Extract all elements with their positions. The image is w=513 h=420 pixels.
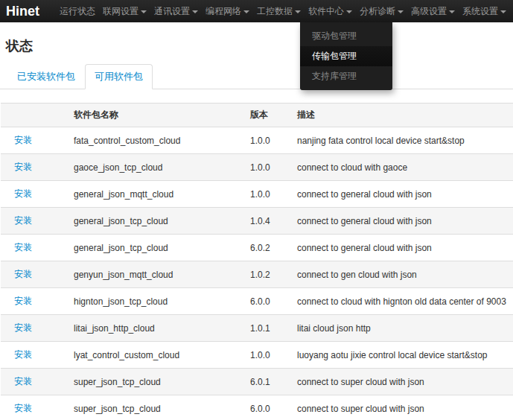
dropdown-item-transfer-package[interactable]: 传输包管理 [300, 46, 392, 66]
description-cell: connect to general cloud with json [291, 235, 513, 261]
package-table: 软件包名称 版本 描述 安装 fata_control_custom_cloud… [0, 103, 513, 420]
caret-down-icon [141, 10, 147, 13]
version-cell: 6.0.1 [244, 369, 291, 395]
column-header-package-name: 软件包名称 [68, 104, 244, 127]
install-link[interactable]: 安装 [14, 135, 32, 145]
description-cell: connect to cloud with hignton old data c… [291, 288, 513, 315]
install-link[interactable]: 安装 [14, 188, 32, 199]
table-row: 安装 general_json_tcp_cloud 1.0.4 connect … [1, 208, 513, 235]
version-cell: 1.0.0 [244, 342, 291, 369]
version-cell: 6.0.0 [244, 395, 291, 420]
brand-logo[interactable]: Hinet [0, 0, 45, 22]
nav-item-industrial-data[interactable]: 工控数据 [253, 0, 305, 22]
install-link[interactable]: 安装 [14, 215, 32, 226]
nav-item-software-center[interactable]: 软件中心 驱动包管理 传输包管理 支持库管理 [305, 0, 356, 22]
description-cell: nanjing fata control local device start&… [291, 127, 513, 154]
package-name-cell: lyat_control_custom_cloud [68, 342, 244, 369]
description-cell: connect to super cloud with json [291, 369, 513, 395]
dropdown-item-support-library[interactable]: 支持库管理 [300, 66, 392, 86]
description-cell: connect to super cloud with json [291, 395, 513, 420]
package-name-cell: gaoce_json_tcp_cloud [68, 154, 244, 181]
nav-item-programming-network[interactable]: 编程网络 [202, 0, 253, 22]
caret-down-icon [346, 10, 352, 13]
caret-down-icon [398, 10, 404, 13]
table-row: 安装 genyun_json_mqtt_cloud 1.0.2 connect … [1, 261, 513, 288]
nav-link-advanced-settings[interactable]: 高级设置 [407, 0, 459, 22]
nav-item-run-status[interactable]: 运行状态 [56, 0, 99, 22]
install-link[interactable]: 安装 [14, 296, 32, 306]
description-cell: luoyang aotu jixie control local device … [291, 342, 513, 369]
table-row: 安装 hignton_json_tcp_cloud 6.0.0 connect … [1, 288, 513, 315]
software-center-dropdown: 驱动包管理 传输包管理 支持库管理 [300, 22, 392, 90]
install-link[interactable]: 安装 [14, 376, 32, 386]
install-link[interactable]: 安装 [14, 403, 32, 413]
package-name-cell: fata_control_custom_cloud [68, 127, 244, 154]
nav-link-logout[interactable]: 退出 [510, 0, 513, 22]
table-row: 安装 general_json_tcp_cloud 6.0.2 connect … [1, 235, 513, 261]
package-name-cell: super_json_tcp_cloud [68, 369, 244, 395]
description-cell: litai cloud json http [291, 315, 513, 342]
install-link[interactable]: 安装 [14, 322, 32, 333]
description-cell: connect to general cloud with json [291, 181, 513, 208]
column-header-install [1, 104, 68, 127]
nav-link-analysis-diagnosis[interactable]: 分析诊断 [356, 0, 407, 22]
version-cell: 1.0.4 [244, 208, 291, 235]
nav-item-comm-settings[interactable]: 通讯设置 [150, 0, 202, 22]
page-title: 状态 [6, 37, 513, 55]
caret-down-icon [243, 10, 249, 13]
nav-item-system-settings[interactable]: 系统设置 [459, 0, 510, 22]
version-cell: 1.0.0 [244, 181, 291, 208]
table-row: 安装 super_json_tcp_cloud 6.0.1 connect to… [1, 369, 513, 395]
package-name-cell: genyun_json_mqtt_cloud [68, 261, 244, 288]
table-row: 安装 super_json_tcp_cloud 6.0.0 connect to… [1, 395, 513, 420]
package-name-cell: general_json_tcp_cloud [68, 235, 244, 261]
table-row: 安装 litai_json_http_cloud 1.0.1 litai clo… [1, 315, 513, 342]
nav-item-advanced-settings[interactable]: 高级设置 [407, 0, 459, 22]
table-row: 安装 general_json_mqtt_cloud 1.0.0 connect… [1, 181, 513, 208]
main-content: 状态 已安装软件包 可用软件包 软件包名称 版本 描述 安装 fata_cont… [0, 37, 513, 420]
nav-menu: 运行状态 联网设置 通讯设置 编程网络 工控数据 软件中心 驱动包管理 传输包管… [56, 0, 513, 22]
caret-down-icon [449, 10, 455, 13]
nav-item-network-settings[interactable]: 联网设置 [99, 0, 150, 22]
caret-down-icon [295, 10, 301, 13]
nav-link-comm-settings[interactable]: 通讯设置 [150, 0, 202, 22]
nav-item-analysis-diagnosis[interactable]: 分析诊断 [356, 0, 407, 22]
version-cell: 1.0.0 [244, 127, 291, 154]
nav-link-run-status[interactable]: 运行状态 [56, 0, 99, 22]
package-name-cell: hignton_json_tcp_cloud [68, 288, 244, 315]
package-name-cell: litai_json_http_cloud [68, 315, 244, 342]
package-name-cell: general_json_mqtt_cloud [68, 181, 244, 208]
package-name-cell: general_json_tcp_cloud [68, 208, 244, 235]
nav-link-programming-network[interactable]: 编程网络 [202, 0, 253, 22]
package-table-body: 安装 fata_control_custom_cloud 1.0.0 nanji… [1, 127, 513, 420]
tab-available-packages[interactable]: 可用软件包 [85, 64, 153, 89]
install-link[interactable]: 安装 [14, 349, 32, 360]
version-cell: 6.0.0 [244, 288, 291, 315]
nav-link-industrial-data[interactable]: 工控数据 [253, 0, 305, 22]
install-link[interactable]: 安装 [14, 269, 32, 279]
column-header-version: 版本 [244, 104, 291, 127]
nav-item-logout[interactable]: 退出 [510, 0, 513, 22]
table-row: 安装 lyat_control_custom_cloud 1.0.0 luoya… [1, 342, 513, 369]
description-cell: connect to general cloud with json [291, 208, 513, 235]
nav-link-system-settings[interactable]: 系统设置 [459, 0, 510, 22]
column-header-description: 描述 [291, 104, 513, 127]
top-navbar: Hinet 运行状态 联网设置 通讯设置 编程网络 工控数据 软件中心 驱动包管… [0, 0, 513, 22]
tab-bar: 已安装软件包 可用软件包 [0, 64, 513, 89]
version-cell: 1.0.1 [244, 315, 291, 342]
package-name-cell: super_json_tcp_cloud [68, 395, 244, 420]
description-cell: connect to cloud with gaoce [291, 154, 513, 181]
dropdown-item-driver-package[interactable]: 驱动包管理 [300, 26, 392, 46]
nav-link-software-center[interactable]: 软件中心 [305, 0, 356, 22]
description-cell: connect to gen cloud with json [291, 261, 513, 288]
version-cell: 1.0.0 [244, 154, 291, 181]
tab-installed-packages[interactable]: 已安装软件包 [7, 64, 85, 89]
caret-down-icon [192, 10, 198, 13]
caret-down-icon [500, 10, 506, 13]
package-table-header: 软件包名称 版本 描述 [1, 104, 513, 127]
install-link[interactable]: 安装 [14, 242, 32, 252]
version-cell: 1.0.2 [244, 261, 291, 288]
table-row: 安装 fata_control_custom_cloud 1.0.0 nanji… [1, 127, 513, 154]
install-link[interactable]: 安装 [14, 162, 32, 172]
nav-link-network-settings[interactable]: 联网设置 [99, 0, 150, 22]
